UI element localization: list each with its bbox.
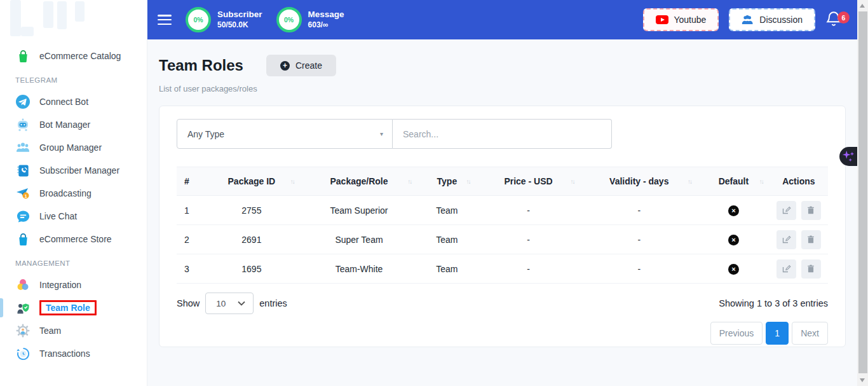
cell-package-role: Super Team bbox=[301, 225, 418, 254]
gear-person-icon bbox=[15, 323, 31, 338]
show-label: Show bbox=[177, 298, 200, 308]
times-circle-icon: × bbox=[728, 205, 739, 216]
column-header-package-role[interactable]: Package/Role↑↓ bbox=[301, 167, 418, 196]
edit-button[interactable] bbox=[776, 259, 796, 279]
table-row: 1 2755 Team Superior Team - - × bbox=[177, 196, 828, 225]
table-row: 2 2691 Super Team Team - - × bbox=[177, 225, 828, 254]
cell-actions bbox=[770, 225, 828, 254]
sort-icon[interactable]: ↑↓ bbox=[466, 178, 470, 185]
sort-icon[interactable]: ↑↓ bbox=[759, 178, 763, 185]
sidebar-item-broadcasting[interactable]: 1 Broadcasting bbox=[0, 182, 147, 205]
sidebar-item-group-manager[interactable]: Group Manager bbox=[0, 136, 147, 159]
times-circle-icon: × bbox=[728, 264, 739, 275]
top-navbar: 0% Subscriber 50/50.0K 0% Message 603/∞ … bbox=[147, 0, 857, 39]
delete-button[interactable] bbox=[801, 259, 821, 279]
sidebar-item-label: Team Role bbox=[39, 300, 97, 315]
scroll-up-arrow[interactable] bbox=[860, 4, 865, 8]
sidebar-item-team[interactable]: Team bbox=[0, 319, 147, 342]
page-title: Team Roles bbox=[159, 57, 243, 74]
sidebar: eCommerce Catalog TELEGRAM Connect Bot B… bbox=[0, 0, 147, 386]
contact-book-icon bbox=[15, 163, 31, 178]
sidebar-item-label: Broadcasting bbox=[39, 188, 92, 198]
subscriber-stat-value: 50/50.0K bbox=[217, 20, 262, 30]
page-size-select[interactable]: 10 bbox=[205, 293, 254, 314]
edit-button[interactable] bbox=[776, 230, 796, 249]
ai-assistant-tab[interactable] bbox=[839, 147, 857, 166]
type-filter-select[interactable]: Any Type ▾ bbox=[177, 119, 393, 149]
delete-button[interactable] bbox=[801, 230, 821, 249]
discussion-users-icon bbox=[742, 15, 754, 25]
column-header-validity[interactable]: Validity - days↑↓ bbox=[581, 167, 698, 196]
delete-button[interactable] bbox=[801, 201, 821, 220]
create-button[interactable]: + Create bbox=[266, 55, 336, 76]
page-size-value: 10 bbox=[216, 299, 226, 308]
sidebar-item-label: Bot Manager bbox=[39, 120, 90, 130]
message-progress-ring: 0% bbox=[276, 7, 302, 32]
scroll-down-arrow[interactable] bbox=[860, 378, 865, 382]
search-input[interactable] bbox=[393, 119, 612, 149]
edit-button[interactable] bbox=[776, 201, 796, 220]
sort-icon[interactable]: ↑↓ bbox=[290, 178, 294, 185]
sidebar-section-telegram: TELEGRAM bbox=[0, 67, 147, 90]
sidebar-item-label: Connect Bot bbox=[39, 97, 88, 107]
sidebar-item-live-chat[interactable]: Live Chat bbox=[0, 205, 147, 228]
youtube-button[interactable]: Youtube bbox=[643, 8, 719, 31]
message-stat: 0% Message 603/∞ bbox=[276, 7, 344, 32]
cell-actions bbox=[770, 196, 828, 225]
cell-package-role: Team-White bbox=[301, 254, 418, 284]
sidebar-item-ecommerce-store[interactable]: eCommerce Store bbox=[0, 228, 147, 251]
sidebar-item-label: eCommerce Store bbox=[39, 234, 112, 244]
vertical-scrollbar[interactable] bbox=[857, 0, 868, 386]
current-page-button[interactable]: 1 bbox=[766, 322, 789, 345]
sort-icon[interactable]: ↑↓ bbox=[407, 178, 411, 185]
column-header-type[interactable]: Type↑↓ bbox=[417, 167, 476, 196]
chevron-down-icon bbox=[238, 301, 245, 306]
create-button-label: Create bbox=[295, 60, 322, 71]
cell-validity: - bbox=[581, 254, 698, 284]
cell-num: 2 bbox=[177, 225, 203, 254]
sparkles-icon bbox=[841, 149, 855, 164]
cell-price: - bbox=[477, 225, 581, 254]
cell-num: 1 bbox=[177, 196, 203, 225]
robot-icon bbox=[15, 117, 31, 132]
sidebar-item-team-role[interactable]: Team Role bbox=[0, 296, 147, 319]
previous-page-button[interactable]: Previous bbox=[710, 322, 763, 345]
cell-type: Team bbox=[417, 225, 476, 254]
type-filter-value: Any Type bbox=[187, 129, 224, 139]
cell-type: Team bbox=[417, 196, 476, 225]
message-stat-label: Message bbox=[308, 10, 344, 20]
times-circle-icon: × bbox=[728, 235, 739, 245]
sidebar-item-subscriber-manager[interactable]: Subscriber Manager bbox=[0, 159, 147, 182]
discussion-button[interactable]: Discussion bbox=[729, 8, 815, 31]
sort-icon[interactable]: ↑↓ bbox=[571, 178, 574, 185]
column-header-num[interactable]: # bbox=[177, 167, 203, 196]
column-header-actions: Actions bbox=[770, 167, 828, 196]
sidebar-item-label: Subscriber Manager bbox=[39, 165, 119, 176]
sidebar-item-label: Live Chat bbox=[39, 211, 77, 221]
column-header-default[interactable]: Default↑↓ bbox=[698, 167, 770, 196]
sidebar-item-integration[interactable]: Integration bbox=[0, 273, 147, 296]
hamburger-menu-icon[interactable] bbox=[158, 15, 172, 25]
chat-bubble-icon bbox=[15, 209, 31, 224]
sidebar-item-transactions[interactable]: Transactions bbox=[0, 342, 147, 365]
cell-package-role: Team Superior bbox=[301, 196, 418, 225]
sidebar-item-bot-manager[interactable]: Bot Manager bbox=[0, 113, 147, 136]
team-roles-table: # Package ID↑↓ Package/Role↑↓ Type↑↓ Pri… bbox=[177, 167, 828, 284]
notification-bell[interactable]: 6 bbox=[825, 10, 844, 29]
transactions-clock-icon bbox=[15, 346, 31, 361]
sort-icon[interactable]: ↑↓ bbox=[688, 178, 691, 185]
cell-default: × bbox=[698, 196, 770, 225]
team-roles-card: Any Type ▾ # Package ID↑↓ Package/Role↑↓… bbox=[159, 106, 846, 347]
page-subtitle: List of user packages/roles bbox=[159, 84, 846, 93]
sidebar-item-label: Group Manager bbox=[39, 142, 102, 153]
column-header-package-id[interactable]: Package ID↑↓ bbox=[203, 167, 301, 196]
sidebar-item-ecommerce-catalog[interactable]: eCommerce Catalog bbox=[0, 45, 147, 67]
column-header-price[interactable]: Price - USD↑↓ bbox=[477, 167, 581, 196]
youtube-icon bbox=[656, 15, 668, 24]
scrollbar-thumb[interactable] bbox=[858, 11, 867, 373]
next-page-button[interactable]: Next bbox=[792, 322, 828, 345]
plus-circle-icon: + bbox=[280, 61, 290, 71]
cell-price: - bbox=[477, 196, 581, 225]
cell-type: Team bbox=[417, 254, 476, 284]
sidebar-item-connect-bot[interactable]: Connect Bot bbox=[0, 90, 147, 113]
